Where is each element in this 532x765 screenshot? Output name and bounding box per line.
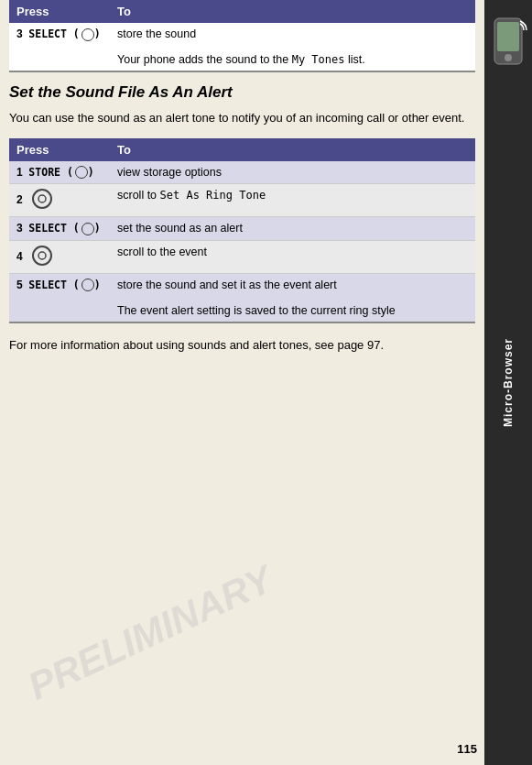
svg-point-6 bbox=[38, 252, 46, 259]
table2-step5-press: 5 SELECT () bbox=[9, 273, 110, 322]
page-wrapper: Micro-Browser Press To 3 SELECT () bbox=[0, 0, 532, 765]
section-heading: Set the Sound File As An Alert bbox=[9, 83, 475, 102]
table2: Press To 1 STORE () view storage options bbox=[9, 138, 475, 323]
table-row: 3 SELECT () set the sound as an alert bbox=[9, 217, 475, 241]
table1-header-press: Press bbox=[9, 0, 110, 23]
nav-icon-2 bbox=[32, 246, 52, 268]
table2-step4-press: 4 bbox=[9, 240, 110, 273]
table2-step1-press: 1 STORE () bbox=[9, 161, 110, 184]
table2-step4-to: scroll to the event bbox=[110, 240, 475, 273]
table-row: 1 STORE () view storage options bbox=[9, 161, 475, 184]
table-row: 4 scroll to the event bbox=[9, 240, 475, 273]
table1-step3-to: store the sound Your phone adds the soun… bbox=[110, 23, 475, 71]
svg-point-4 bbox=[38, 195, 46, 202]
table1: Press To 3 SELECT () store the sound You… bbox=[9, 0, 475, 72]
table-row: 5 SELECT () store the sound and set it a… bbox=[9, 273, 475, 322]
footer-note: For more information about using sounds … bbox=[9, 336, 475, 355]
table1-table: Press To 3 SELECT () store the sound You… bbox=[9, 0, 475, 72]
page-number: 115 bbox=[457, 742, 477, 756]
sidebar: Micro-Browser bbox=[484, 0, 532, 765]
table2-step1-to: view storage options bbox=[110, 161, 475, 184]
table1-header-to: To bbox=[110, 0, 475, 23]
table-row: 3 SELECT () store the sound Your phone a… bbox=[9, 23, 475, 71]
table2-table: Press To 1 STORE () view storage options bbox=[9, 138, 475, 323]
sidebar-label: Micro-Browser bbox=[502, 338, 515, 427]
table2-header-to: To bbox=[110, 138, 475, 161]
nav-icon bbox=[32, 189, 52, 212]
table-row: 2 scroll to Set As Ring Tone bbox=[9, 184, 475, 217]
svg-point-5 bbox=[33, 246, 51, 265]
table2-step2-press: 2 bbox=[9, 184, 110, 217]
table2-step2-to: scroll to Set As Ring Tone bbox=[110, 184, 475, 217]
table1-step3-press: 3 SELECT () bbox=[9, 23, 110, 71]
svg-rect-1 bbox=[497, 22, 519, 51]
svg-point-2 bbox=[505, 54, 512, 61]
table2-step3-to: set the sound as an alert bbox=[110, 217, 475, 241]
table2-header-press: Press bbox=[9, 138, 110, 161]
phone-icon bbox=[486, 16, 530, 67]
table2-step5-to: store the sound and set it as the event … bbox=[110, 273, 475, 322]
main-content: Press To 3 SELECT () store the sound You… bbox=[0, 0, 484, 765]
svg-point-3 bbox=[33, 190, 51, 208]
section-para: You can use the sound as an alert tone t… bbox=[9, 109, 475, 127]
table2-step3-press: 3 SELECT () bbox=[9, 217, 110, 241]
